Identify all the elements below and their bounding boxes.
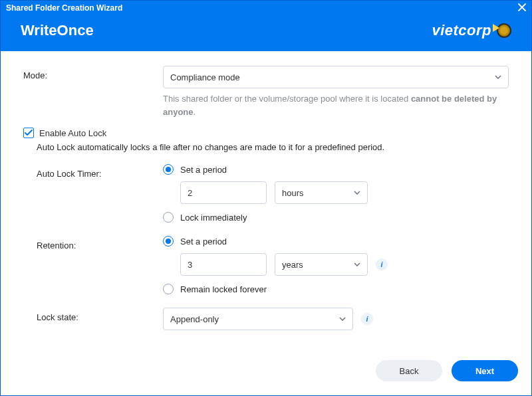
timer-unit-value: hours <box>282 188 354 198</box>
timer-value-input[interactable] <box>180 181 267 204</box>
retention-opt-forever-label: Remain locked forever <box>180 284 267 294</box>
info-icon[interactable]: i <box>376 258 388 270</box>
retention-section: Retention: Set a period years i <box>37 236 509 301</box>
retention-label: Retention: <box>37 236 163 250</box>
timer-opt-immediate-label: Lock immediately <box>180 213 247 223</box>
chevron-down-icon <box>339 317 346 321</box>
page-title: WriteOnce <box>21 22 94 39</box>
retention-opt-period-label: Set a period <box>180 237 227 247</box>
autolock-description: Auto Lock automatically locks a file aft… <box>37 142 509 152</box>
wizard-window: Shared Folder Creation Wizard WriteOnce … <box>0 0 532 396</box>
timer-opt-period-label: Set a period <box>180 165 227 175</box>
mode-select[interactable]: Compliance mode <box>163 66 509 88</box>
brand-logo: vietcorp <box>432 22 491 39</box>
lockstate-select[interactable]: Append-only <box>163 308 353 330</box>
titlebar: Shared Folder Creation Wizard <box>1 1 531 15</box>
lockstate-section: Lock state: Append-only i <box>37 308 509 330</box>
retention-option-period[interactable]: Set a period <box>163 236 509 247</box>
autolock-checkbox[interactable] <box>23 128 34 138</box>
mode-hint: This shared folder or the volume/storage… <box>163 92 509 118</box>
radio-icon <box>163 236 174 247</box>
mode-hint-prefix: This shared folder or the volume/storage… <box>163 94 411 104</box>
timer-section: Auto Lock Timer: Set a period hours <box>37 164 509 229</box>
footer: Back Next <box>1 355 531 395</box>
mode-label: Mode: <box>23 66 163 80</box>
timer-option-immediate[interactable]: Lock immediately <box>163 212 509 223</box>
lockstate-label: Lock state: <box>37 308 163 322</box>
retention-option-forever[interactable]: Remain locked forever <box>163 284 509 294</box>
window-title: Shared Folder Creation Wizard <box>6 3 122 13</box>
next-button[interactable]: Next <box>452 360 518 381</box>
mode-hint-suffix: . <box>194 107 196 117</box>
mode-row: Mode: Compliance mode This shared folder… <box>23 66 509 118</box>
lockstate-value: Append-only <box>170 314 339 324</box>
radio-icon <box>163 164 174 175</box>
retention-unit-value: years <box>282 260 354 270</box>
timer-unit-select[interactable]: hours <box>275 181 368 204</box>
chevron-down-icon <box>495 75 501 79</box>
retention-unit-select[interactable]: years <box>275 253 368 276</box>
info-icon[interactable]: i <box>361 313 373 325</box>
mode-select-value: Compliance mode <box>170 72 495 82</box>
radio-icon <box>163 284 174 294</box>
back-button[interactable]: Back <box>376 360 442 381</box>
brand-area: vietcorp <box>432 22 511 39</box>
chevron-down-icon <box>354 262 360 266</box>
timer-option-period[interactable]: Set a period <box>163 164 509 175</box>
timer-label: Auto Lock Timer: <box>37 164 163 179</box>
autolock-label: Enable Auto Lock <box>39 128 106 138</box>
content: Mode: Compliance mode This shared folder… <box>1 51 531 355</box>
radio-icon <box>163 212 174 223</box>
close-icon[interactable] <box>518 3 526 13</box>
retention-value-input[interactable] <box>180 253 267 276</box>
header: WriteOnce vietcorp <box>1 15 531 51</box>
autolock-checkbox-row: Enable Auto Lock <box>23 128 509 138</box>
chevron-down-icon <box>354 191 360 195</box>
